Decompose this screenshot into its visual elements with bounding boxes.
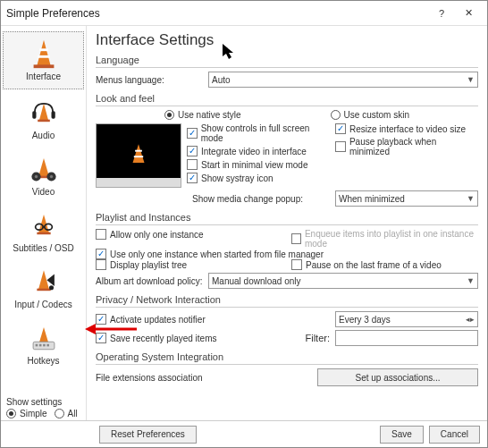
reset-preferences-button[interactable]: Reset Preferences	[99, 426, 197, 444]
svg-marker-28	[133, 144, 145, 163]
page-title: Interface Settings	[96, 31, 478, 49]
show-settings-label: Show settings	[6, 397, 78, 407]
section-playlist: Playlist and Instances	[96, 212, 478, 223]
headphones-cone-icon	[26, 95, 62, 131]
sidebar-item-input-codecs[interactable]: Input / Codecs	[1, 260, 86, 317]
radio-simple[interactable]: Simple	[6, 409, 47, 418]
save-button[interactable]: Save	[380, 426, 424, 444]
svg-rect-15	[37, 232, 50, 235]
check-updates[interactable]: Activate updates notifier	[96, 314, 330, 325]
assoc-label: File extensions association	[96, 373, 312, 383]
content-panel: Interface Settings Language Menus langua…	[87, 26, 487, 420]
sidebar-item-label: Subtitles / OSD	[13, 243, 73, 253]
album-art-label: Album art download policy:	[96, 276, 203, 286]
svg-rect-26	[43, 344, 46, 347]
film-cone-icon	[26, 151, 62, 187]
section-look: Look and feel	[96, 93, 478, 104]
check-show-controls[interactable]: Show controls in full screen mode	[187, 123, 330, 143]
filter-input[interactable]	[335, 330, 478, 346]
radio-native-style[interactable]: Use native style	[164, 110, 241, 120]
input-cone-icon	[26, 264, 62, 300]
svg-rect-29	[135, 150, 142, 152]
preview-thumbnail	[96, 123, 181, 188]
check-fm-instance[interactable]: Use only one instance when started from …	[96, 249, 478, 259]
svg-rect-5	[38, 120, 50, 123]
main-area: Interface Audio Video Subtitles / OSD In…	[1, 26, 487, 420]
svg-point-11	[34, 175, 37, 178]
menus-language-label: Menus language:	[96, 75, 203, 85]
section-os: Operating System Integration	[96, 351, 478, 362]
svg-marker-22	[38, 327, 47, 342]
sidebar-item-label: Audio	[32, 131, 55, 140]
svg-rect-24	[35, 344, 38, 347]
popup-label: Show media change popup:	[192, 194, 330, 204]
titlebar: Simple Preferences ? ✕	[1, 1, 487, 26]
svg-point-21	[48, 285, 53, 290]
sidebar-item-label: Input / Codecs	[14, 300, 72, 309]
radio-custom-skin[interactable]: Use custom skin	[331, 110, 409, 120]
sidebar-item-subtitles[interactable]: Subtitles / OSD	[1, 204, 86, 260]
check-pause-minimized[interactable]: Pause playback when minimized	[335, 137, 478, 156]
check-one-instance[interactable]: Allow only one instance	[96, 229, 282, 240]
svg-rect-7	[51, 111, 55, 119]
svg-rect-20	[37, 289, 50, 292]
stepper-icon: ◂▸	[466, 315, 475, 324]
popup-select[interactable]: When minimized▼	[335, 190, 478, 207]
svg-rect-6	[32, 111, 36, 119]
svg-marker-0	[37, 40, 50, 66]
cone-icon	[26, 36, 62, 72]
sidebar-item-interface[interactable]: Interface	[3, 31, 84, 89]
check-enqueue: Enqueue items into playlist in one insta…	[291, 229, 478, 249]
sidebar-item-label: Video	[32, 187, 55, 197]
svg-rect-1	[39, 48, 48, 51]
svg-point-13	[49, 175, 52, 178]
sidebar-item-video[interactable]: Video	[1, 148, 86, 204]
svg-marker-4	[38, 104, 47, 121]
check-minimal-view[interactable]: Start in minimal view mode	[187, 159, 330, 170]
check-integrate-video[interactable]: Integrate video in interface	[187, 146, 330, 156]
section-privacy: Privacy / Network Interaction	[96, 294, 478, 305]
updates-interval-select[interactable]: Every 3 days◂▸	[335, 311, 478, 327]
keyboard-cone-icon	[26, 320, 62, 356]
check-systray[interactable]: Show systray icon	[187, 173, 330, 183]
chevron-down-icon: ▼	[467, 75, 475, 84]
svg-rect-27	[46, 344, 49, 347]
show-settings-group: Show settings Simple All	[6, 397, 78, 418]
sidebar-item-label: Hotkeys	[27, 356, 59, 366]
radio-all[interactable]: All	[55, 409, 78, 418]
sidebar-item-label: Interface	[26, 72, 61, 81]
section-language: Language	[96, 55, 478, 65]
sidebar: Interface Audio Video Subtitles / OSD In…	[1, 26, 87, 420]
check-recent-items[interactable]: Save recently played items	[96, 333, 300, 343]
help-button[interactable]: ?	[428, 4, 455, 23]
chevron-down-icon: ▼	[467, 276, 475, 285]
svg-rect-3	[33, 64, 54, 68]
window-title: Simple Preferences	[6, 7, 428, 20]
svg-rect-30	[134, 156, 143, 157]
svg-rect-2	[38, 55, 49, 58]
cancel-button[interactable]: Cancel	[429, 426, 480, 444]
filter-label: Filter:	[306, 333, 331, 343]
glasses-cone-icon	[26, 207, 62, 243]
svg-marker-8	[38, 158, 49, 176]
footer: Reset Preferences Save Cancel	[1, 420, 487, 447]
chevron-down-icon: ▼	[467, 194, 475, 203]
setup-associations-button[interactable]: Set up associations...	[317, 368, 478, 386]
close-button[interactable]: ✕	[455, 4, 482, 23]
album-art-select[interactable]: Manual download only▼	[208, 273, 478, 289]
check-playlist-tree[interactable]: Display playlist tree	[96, 259, 282, 270]
sidebar-item-audio[interactable]: Audio	[1, 91, 86, 148]
check-pause-last[interactable]: Pause on the last frame of a video	[291, 259, 478, 270]
menus-language-select[interactable]: Auto▼	[208, 72, 478, 88]
check-resize-interface[interactable]: Resize interface to video size	[335, 123, 478, 134]
sidebar-item-hotkeys[interactable]: Hotkeys	[1, 317, 86, 373]
svg-rect-25	[38, 344, 41, 347]
